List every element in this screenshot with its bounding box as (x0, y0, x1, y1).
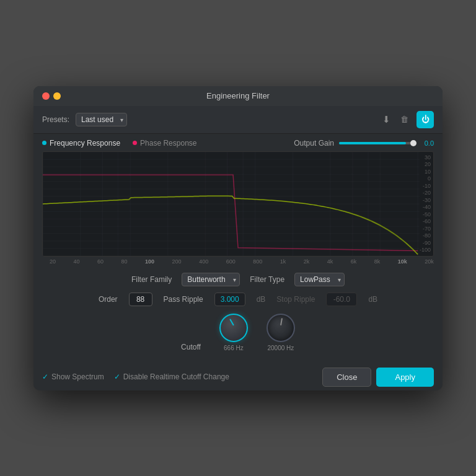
order-value[interactable]: 88 (129, 293, 152, 306)
controls-section: Filter Family Butterworth Filter Type Lo… (33, 267, 443, 364)
filter-type-label: Filter Type (250, 275, 284, 284)
order-row: Order 88 Pass Ripple 3.000 dB Stop Rippl… (42, 293, 434, 306)
disable-realtime-check-icon: ✓ (114, 372, 120, 381)
stop-ripple-value[interactable]: -60.0 (326, 293, 357, 306)
show-spectrum-check-icon: ✓ (42, 372, 48, 381)
freq-tab-label: Frequency Response (50, 139, 120, 148)
power-button[interactable]: ⏻ (416, 111, 434, 128)
stop-ripple-label: Stop Ripple (276, 295, 315, 304)
knob-row: Cutoff 666 Hz 20000 Hz (42, 314, 434, 351)
show-spectrum-checkbox[interactable]: ✓ Show Spectrum (42, 372, 104, 381)
db-label-20: 20 (420, 161, 431, 167)
freq-80: 80 (121, 258, 128, 265)
freq-8k: 8k (374, 258, 381, 265)
freq-4k: 4k (327, 258, 333, 265)
db-label-n10: -10 (420, 183, 431, 189)
filter-type-wrapper: LowPass (294, 273, 345, 286)
db-labels: 30 20 10 0 -10 -20 -30 -40 -50 -60 -70 -… (420, 152, 431, 256)
db-label-n100: -100 (420, 247, 431, 253)
freq-labels: 20 40 60 80 100 200 400 600 800 1k 2k 4k… (42, 257, 434, 267)
db-label-0: 0 (420, 175, 431, 182)
db-label-n20: -20 (420, 190, 431, 196)
disable-realtime-checkbox[interactable]: ✓ Disable Realtime Cutoff Change (114, 372, 229, 381)
eq-graph-container[interactable]: 30 20 10 0 -10 -20 -30 -40 -50 -60 -70 -… (42, 151, 434, 257)
response-tabs: Frequency Response Phase Response Output… (42, 139, 434, 148)
db-label-n60: -60 (420, 218, 431, 224)
cutoff-knob1-group: 666 Hz (219, 314, 248, 351)
cutoff-knob2-group: 20000 Hz (267, 314, 295, 351)
filter-family-label: Filter Family (131, 275, 172, 284)
db-label-n30: -30 (420, 197, 431, 203)
knob1-indicator (229, 319, 234, 325)
graph-section: Frequency Response Phase Response Output… (33, 134, 443, 267)
pass-ripple-db: dB (257, 295, 266, 304)
freq-1k: 1k (280, 258, 286, 265)
freq-600: 600 (226, 258, 236, 265)
db-label-n50: -50 (420, 211, 431, 218)
window-title: Engineering Filter (206, 91, 270, 100)
db-label-n40: -40 (420, 204, 431, 210)
filter-family-select[interactable]: Butterworth (182, 273, 240, 286)
disable-realtime-label: Disable Realtime Cutoff Change (123, 372, 229, 381)
freq-20: 20 (50, 258, 56, 265)
toolbar: Presets: Last used ⬇ 🗑 ⏻ (33, 106, 443, 134)
output-gain-control: Output Gain 0.0 (294, 139, 434, 148)
phase-response-tab[interactable]: Phase Response (133, 139, 196, 148)
preset-select[interactable]: Last used (76, 113, 127, 126)
order-label: Order (99, 295, 118, 304)
titlebar: Engineering Filter (33, 86, 443, 106)
freq-200: 200 (172, 258, 182, 265)
minimize-button[interactable] (53, 92, 61, 100)
gain-slider-fill (339, 142, 406, 144)
freq-400: 400 (199, 258, 208, 265)
bottom-row: ✓ Show Spectrum ✓ Disable Realtime Cutof… (33, 364, 443, 390)
db-label-n90: -90 (420, 240, 431, 246)
pass-ripple-value[interactable]: 3.000 (214, 293, 245, 306)
freq-40: 40 (74, 258, 80, 265)
trash-icon[interactable]: 🗑 (399, 113, 410, 126)
apply-button[interactable]: Apply (376, 368, 434, 387)
cutoff-label: Cutoff (181, 343, 201, 351)
knob2-indicator (280, 318, 283, 325)
output-gain-label: Output Gain (294, 139, 334, 148)
cutoff-knob2[interactable] (267, 314, 295, 342)
freq-100: 100 (145, 258, 154, 265)
filter-family-wrapper: Butterworth (182, 273, 240, 286)
db-label-n80: -80 (420, 232, 431, 239)
freq-2k: 2k (304, 258, 310, 265)
gain-value: 0.0 (418, 139, 434, 147)
db-label-n70: -70 (420, 226, 431, 232)
pass-ripple-label: Pass Ripple (164, 295, 203, 304)
gain-slider[interactable] (339, 142, 413, 144)
cutoff-value2: 20000 Hz (268, 345, 294, 351)
power-icon: ⏻ (421, 115, 430, 124)
freq-60: 60 (97, 258, 104, 265)
cutoff-knob1[interactable] (219, 314, 248, 342)
freq-6k: 6k (351, 258, 357, 265)
freq-20k: 20k (425, 258, 434, 265)
db-label-10: 10 (420, 169, 431, 175)
phase-tab-label: Phase Response (140, 139, 196, 148)
download-icon[interactable]: ⬇ (381, 112, 392, 127)
filter-type-select[interactable]: LowPass (294, 273, 345, 286)
stop-ripple-db: dB (368, 295, 377, 304)
preset-wrapper: Last used (76, 113, 127, 126)
main-window: Engineering Filter Presets: Last used ⬇ … (33, 86, 443, 390)
freq-800: 800 (253, 258, 262, 265)
gain-slider-thumb (410, 140, 416, 146)
close-button[interactable]: Close (322, 368, 371, 387)
freq-tab-dot (42, 141, 46, 145)
filter-family-row: Filter Family Butterworth Filter Type Lo… (42, 273, 434, 286)
action-buttons: Close Apply (322, 368, 434, 387)
eq-graph-canvas (43, 152, 433, 256)
presets-label: Presets: (42, 115, 69, 124)
show-spectrum-label: Show Spectrum (51, 372, 104, 381)
freq-10k: 10k (398, 258, 407, 265)
freq-response-tab[interactable]: Frequency Response (42, 139, 120, 148)
cutoff-value1: 666 Hz (224, 345, 244, 351)
phase-tab-dot (133, 141, 137, 145)
window-controls (42, 92, 61, 100)
close-window-button[interactable] (42, 92, 50, 100)
db-label-30: 30 (420, 154, 431, 161)
